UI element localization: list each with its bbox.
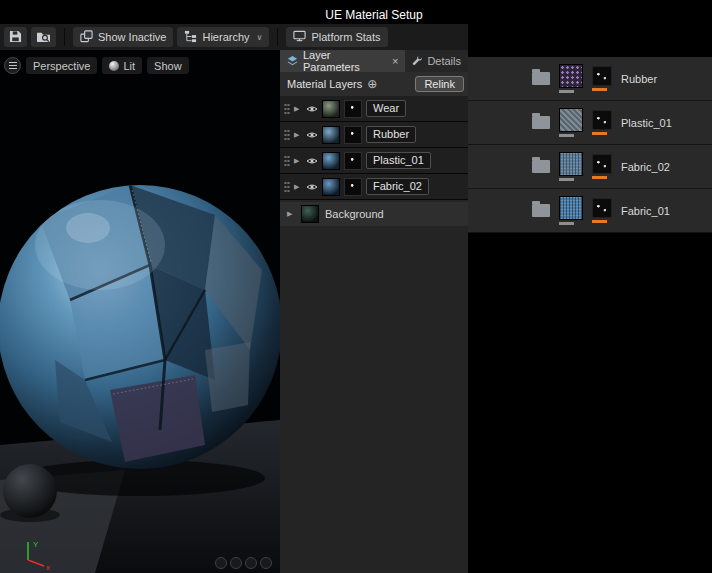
visibility-eye-icon[interactable]	[306, 183, 318, 191]
mask-thumbnail[interactable]	[592, 110, 612, 130]
close-icon[interactable]: ×	[392, 55, 398, 67]
layers-stack-icon	[80, 30, 93, 45]
platform-stats-button[interactable]: Platform Stats	[286, 27, 387, 47]
painter-row-plastic-01[interactable]: Plastic_01	[468, 101, 712, 145]
folder-search-icon	[36, 30, 51, 45]
viewport-menu-button[interactable]	[4, 57, 21, 74]
preview-scene-icon[interactable]	[245, 557, 257, 569]
save-icon	[9, 30, 22, 45]
tab-details[interactable]: Details	[405, 50, 468, 72]
folder-icon	[532, 72, 550, 85]
material-sphere-thumbnail[interactable]	[322, 100, 340, 118]
mask-thumb-group	[592, 66, 612, 91]
thumb-progress-bar	[559, 178, 574, 181]
show-inactive-button[interactable]: Show Inactive	[73, 27, 173, 47]
background-label: Background	[325, 208, 384, 220]
preview-scene-icon[interactable]	[230, 557, 242, 569]
thumb-accent-bar	[592, 88, 607, 91]
chevron-down-icon: ∨	[257, 33, 263, 42]
expand-arrow-icon[interactable]: ▶	[294, 131, 302, 139]
visibility-eye-icon[interactable]	[306, 105, 318, 113]
save-button[interactable]	[4, 27, 27, 47]
drag-handle-icon[interactable]	[284, 129, 290, 141]
mask-thumb-group	[592, 110, 612, 135]
layer-parameters-panel: Layer Parameters × Details Material Laye…	[280, 50, 468, 573]
drag-handle-icon[interactable]	[284, 103, 290, 115]
lit-mode-button[interactable]: Lit	[102, 57, 142, 74]
asset-thumbnail[interactable]	[344, 126, 362, 144]
asset-thumbnail[interactable]	[344, 152, 362, 170]
thumb-progress-bar	[559, 90, 574, 93]
thumb-accent-bar	[592, 220, 607, 223]
screenshot-root: UE Material Setup Painter Material Setup…	[0, 0, 712, 573]
layer-name: Rubber	[366, 126, 416, 143]
viewport[interactable]: Perspective Lit Show	[0, 50, 280, 573]
material-sphere-thumbnail[interactable]	[322, 178, 340, 196]
painter-row-rubber[interactable]: Rubber	[468, 57, 712, 101]
expand-arrow-icon[interactable]: ▶	[294, 183, 302, 191]
layer-name: Wear	[366, 100, 406, 117]
painter-material-name: Fabric_02	[621, 161, 670, 173]
thumb-accent-bar	[592, 176, 607, 179]
perspective-button[interactable]: Perspective	[26, 57, 97, 74]
browse-to-asset-button[interactable]	[31, 27, 56, 47]
texture-thumbnail[interactable]	[559, 152, 583, 176]
mask-thumbnail[interactable]	[592, 66, 612, 86]
preview-scene-icon[interactable]	[260, 557, 272, 569]
painter-row-fabric-02[interactable]: Fabric_02	[468, 145, 712, 189]
mask-thumb-group	[592, 154, 612, 179]
texture-thumbnail[interactable]	[559, 108, 583, 132]
toolbar-separator	[64, 28, 65, 46]
texture-thumb-group	[559, 196, 583, 225]
texture-thumb-group	[559, 152, 583, 181]
background-layer-row[interactable]: ▶ Background	[280, 202, 468, 226]
material-layers-header: Material Layers ⊕ Relink	[280, 72, 468, 96]
mask-thumbnail[interactable]	[592, 154, 612, 174]
hierarchy-button[interactable]: Hierarchy ∨	[177, 27, 269, 47]
asset-thumbnail[interactable]	[344, 178, 362, 196]
lit-label: Lit	[123, 60, 135, 72]
material-sphere-thumbnail[interactable]	[322, 152, 340, 170]
perspective-label: Perspective	[33, 60, 90, 72]
painter-panel: Rubber Plastic_01	[468, 0, 712, 573]
expand-arrow-icon[interactable]: ▶	[294, 105, 302, 113]
texture-thumbnail[interactable]	[559, 64, 583, 88]
show-flags-button[interactable]: Show	[147, 57, 189, 74]
expand-arrow-icon[interactable]: ▶	[287, 210, 295, 218]
thumb-accent-bar	[592, 132, 607, 135]
material-layers-title: Material Layers	[287, 78, 362, 90]
layer-row-rubber[interactable]: ▶ Rubber	[280, 122, 468, 148]
drag-handle-icon[interactable]	[284, 181, 290, 193]
layer-row-wear[interactable]: ▶ Wear	[280, 96, 468, 122]
drag-handle-icon[interactable]	[284, 155, 290, 167]
texture-thumb-group	[559, 108, 583, 137]
tab-layer-parameters[interactable]: Layer Parameters ×	[280, 50, 405, 72]
painter-material-name: Fabric_01	[621, 205, 670, 217]
thumb-progress-bar	[559, 134, 574, 137]
add-layer-icon[interactable]: ⊕	[367, 78, 377, 90]
texture-thumbnail[interactable]	[559, 196, 583, 220]
folder-icon	[532, 160, 550, 173]
lit-sphere-icon	[109, 61, 119, 71]
layer-row-fabric-02[interactable]: ▶ Fabric_02	[280, 174, 468, 200]
asset-thumbnail[interactable]	[344, 100, 362, 118]
mask-thumbnail[interactable]	[592, 198, 612, 218]
show-inactive-label: Show Inactive	[98, 31, 166, 43]
layer-parameters-icon	[287, 55, 298, 68]
visibility-eye-icon[interactable]	[306, 157, 318, 165]
tab-layer-parameters-label: Layer Parameters	[303, 49, 385, 73]
panel-tabbar: Layer Parameters × Details	[280, 50, 468, 72]
layer-row-plastic-01[interactable]: ▶ Plastic_01	[280, 148, 468, 174]
relink-button[interactable]: Relink	[415, 76, 464, 92]
ue-section-title: UE Material Setup	[280, 8, 468, 22]
material-sphere-thumbnail[interactable]	[301, 205, 319, 223]
preview-scene-icon[interactable]	[215, 557, 227, 569]
viewport-canvas[interactable]: Y x	[0, 50, 280, 573]
visibility-eye-icon[interactable]	[306, 131, 318, 139]
painter-row-fabric-01[interactable]: Fabric_01	[468, 189, 712, 233]
viewport-bottom-icons	[215, 557, 272, 569]
expand-arrow-icon[interactable]: ▶	[294, 157, 302, 165]
material-sphere-thumbnail[interactable]	[322, 126, 340, 144]
folder-icon	[532, 116, 550, 129]
wrench-icon	[412, 55, 422, 67]
